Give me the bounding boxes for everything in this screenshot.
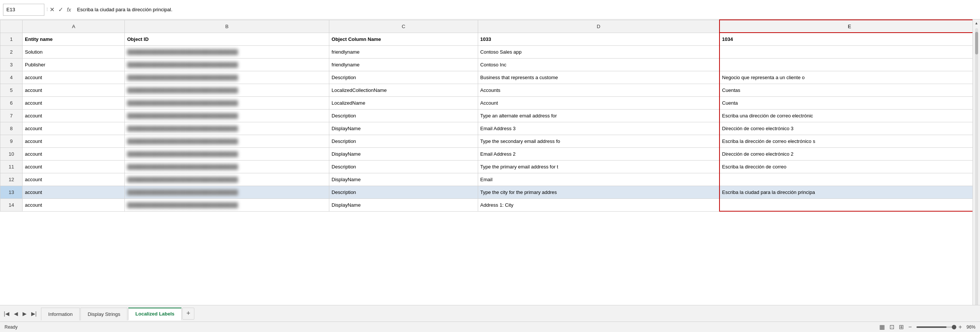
cell-4-B[interactable]: ████████████████████████████████ <box>125 71 329 84</box>
col-header-E[interactable]: E <box>719 20 980 33</box>
page-layout-icon[interactable]: ⊡ <box>889 323 894 330</box>
cell-2-E[interactable] <box>719 45 980 58</box>
cell-11-A[interactable]: account <box>22 160 125 173</box>
cell-12-A[interactable]: account <box>22 173 125 186</box>
cell-14-D[interactable]: Address 1: City <box>478 198 719 211</box>
cancel-icon[interactable]: ✕ <box>49 6 54 13</box>
zoom-out-icon[interactable]: − <box>908 324 912 330</box>
cell-8-C[interactable]: DisplayName <box>329 122 478 135</box>
cell-14-E[interactable] <box>719 198 980 211</box>
cell-7-D[interactable]: Type an alternate email address for <box>478 109 719 122</box>
cell-10-C[interactable]: DisplayName <box>329 147 478 160</box>
tab-information[interactable]: Information <box>41 308 80 320</box>
cell-4-C[interactable]: Description <box>329 71 478 84</box>
cell-8-A[interactable]: account <box>22 122 125 135</box>
cell-10-D[interactable]: Email Address 2 <box>478 147 719 160</box>
vertical-scrollbar[interactable]: ▲ ▼ <box>972 19 980 321</box>
cell-9-D[interactable]: Type the secondary email address fo <box>478 135 719 147</box>
tab-nav-last[interactable]: ▶| <box>30 310 38 317</box>
cell-2-D[interactable]: Contoso Sales app <box>478 45 719 58</box>
cell-13-A[interactable]: account <box>22 186 125 198</box>
normal-view-icon[interactable]: ▦ <box>879 323 885 330</box>
cell-6-A[interactable]: account <box>22 96 125 109</box>
cell-5-B[interactable]: ████████████████████████████████ <box>125 84 329 96</box>
cell-3-D[interactable]: Contoso Inc <box>478 58 719 71</box>
tab-nav-next[interactable]: ▶ <box>21 310 28 317</box>
cell-3-A[interactable]: Publisher <box>22 58 125 71</box>
cell-7-E[interactable]: Escriba una dirección de correo electrón… <box>719 109 980 122</box>
cell-3-E[interactable] <box>719 58 980 71</box>
cell-11-C[interactable]: Description <box>329 160 478 173</box>
cell-4-E[interactable]: Negocio que representa a un cliente o <box>719 71 980 84</box>
zoom-in-icon[interactable]: + <box>959 324 962 330</box>
cell-1-D[interactable]: 1033 <box>478 33 719 45</box>
cell-6-B[interactable]: ████████████████████████████████ <box>125 96 329 109</box>
cell-12-B[interactable]: ████████████████████████████████ <box>125 173 329 186</box>
cell-1-C[interactable]: Object Column Name <box>329 33 478 45</box>
table-row: 5account████████████████████████████████… <box>0 84 980 96</box>
cell-13-B[interactable]: ████████████████████████████████ <box>125 186 329 198</box>
cell-9-A[interactable]: account <box>22 135 125 147</box>
cell-9-E[interactable]: Escriba la dirección de correo electróni… <box>719 135 980 147</box>
cell-13-C[interactable]: Description <box>329 186 478 198</box>
col-header-A[interactable]: A <box>22 20 125 33</box>
cell-13-E[interactable]: Escriba la ciudad para la dirección prin… <box>719 186 980 198</box>
cell-3-B[interactable]: ████████████████████████████████ <box>125 58 329 71</box>
row-num-3: 3 <box>0 58 22 71</box>
col-header-B[interactable]: B <box>125 20 329 33</box>
cell-1-E[interactable]: 1034 <box>719 33 980 45</box>
cell-13-D[interactable]: Type the city for the primary addres <box>478 186 719 198</box>
row-num-11: 11 <box>0 160 22 173</box>
cell-10-B[interactable]: ████████████████████████████████ <box>125 147 329 160</box>
cell-8-D[interactable]: Email Address 3 <box>478 122 719 135</box>
cell-12-D[interactable]: Email <box>478 173 719 186</box>
cell-2-C[interactable]: friendlyname <box>329 45 478 58</box>
cell-1-A[interactable]: Entity name <box>22 33 125 45</box>
cell-5-A[interactable]: account <box>22 84 125 96</box>
cell-11-E[interactable]: Escriba la dirección de correo <box>719 160 980 173</box>
tab-nav-prev[interactable]: ◀ <box>13 310 19 317</box>
cell-14-B[interactable]: ████████████████████████████████ <box>125 198 329 211</box>
cell-9-C[interactable]: Description <box>329 135 478 147</box>
cell-8-B[interactable]: ████████████████████████████████ <box>125 122 329 135</box>
cell-7-C[interactable]: Description <box>329 109 478 122</box>
col-header-C[interactable]: C <box>329 20 478 33</box>
cell-14-C[interactable]: DisplayName <box>329 198 478 211</box>
col-header-D[interactable]: D <box>478 20 719 33</box>
cell-11-D[interactable]: Type the primary email address for t <box>478 160 719 173</box>
cell-4-A[interactable]: account <box>22 71 125 84</box>
cell-3-C[interactable]: friendlyname <box>329 58 478 71</box>
tab-add-button[interactable]: + <box>182 308 194 319</box>
cell-6-E[interactable]: Cuenta <box>719 96 980 109</box>
cell-9-B[interactable]: ████████████████████████████████ <box>125 135 329 147</box>
cell-14-A[interactable]: account <box>22 198 125 211</box>
cell-2-A[interactable]: Solution <box>22 45 125 58</box>
cell-4-D[interactable]: Business that represents a custome <box>478 71 719 84</box>
cell-1-B[interactable]: Object ID <box>125 33 329 45</box>
page-break-icon[interactable]: ⊞ <box>899 323 904 330</box>
cell-5-D[interactable]: Accounts <box>478 84 719 96</box>
zoom-slider-thumb[interactable] <box>952 325 956 329</box>
v-scrollbar-thumb[interactable] <box>975 32 978 54</box>
tab-display-strings[interactable]: Display Strings <box>80 308 127 320</box>
cell-2-B[interactable]: ████████████████████████████████ <box>125 45 329 58</box>
cell-10-E[interactable]: Dirección de correo electrónico 2 <box>719 147 980 160</box>
formula-input[interactable] <box>75 5 977 14</box>
tab-localized-labels[interactable]: Localized Labels <box>128 308 181 320</box>
zoom-slider[interactable] <box>916 326 954 328</box>
cell-10-A[interactable]: account <box>22 147 125 160</box>
cell-6-D[interactable]: Account <box>478 96 719 109</box>
cell-11-B[interactable]: ████████████████████████████████ <box>125 160 329 173</box>
confirm-icon[interactable]: ✓ <box>58 6 63 13</box>
cell-12-E[interactable] <box>719 173 980 186</box>
cell-reference-box[interactable]: E13 <box>3 4 45 16</box>
cell-5-E[interactable]: Cuentas <box>719 84 980 96</box>
cell-12-C[interactable]: DisplayName <box>329 173 478 186</box>
cell-8-E[interactable]: Dirección de correo electrónico 3 <box>719 122 980 135</box>
cell-5-C[interactable]: LocalizedCollectionName <box>329 84 478 96</box>
cell-7-B[interactable]: ████████████████████████████████ <box>125 109 329 122</box>
scroll-up-btn[interactable]: ▲ <box>975 19 978 27</box>
cell-7-A[interactable]: account <box>22 109 125 122</box>
tab-nav-first[interactable]: |◀ <box>2 310 11 317</box>
cell-6-C[interactable]: LocalizedName <box>329 96 478 109</box>
